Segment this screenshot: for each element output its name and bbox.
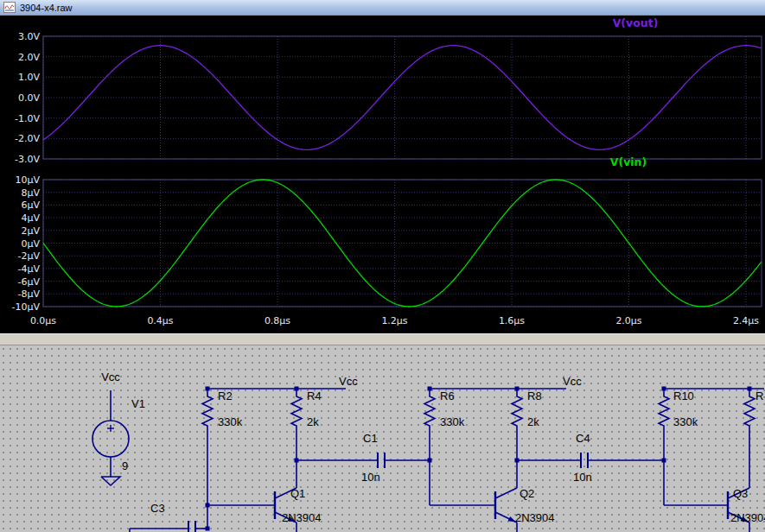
y-tick-label: 3.0V <box>18 31 40 42</box>
y-tick-label: 4µV <box>21 212 40 224</box>
component-label-r4-value[interactable]: 2k <box>307 415 319 428</box>
component-label-q2-value[interactable]: 2N3904 <box>515 511 555 524</box>
x-tick-label: 1.6µs <box>499 315 525 326</box>
resistor-r2-symbol[interactable] <box>202 389 213 434</box>
component-label-r10-name[interactable]: R10 <box>673 390 694 402</box>
y-tick-label: 0µV <box>21 238 40 250</box>
y-tick-label: -10µV <box>12 301 41 313</box>
component-label-v1-value[interactable]: 9 <box>122 459 128 472</box>
x-tick-label: 0.4µs <box>147 315 173 326</box>
y-tick-label: 1.0V <box>18 72 40 83</box>
junction-node <box>515 459 520 463</box>
x-tick-label: 0.8µs <box>265 315 290 326</box>
component-label-c4-value[interactable]: 10n <box>573 471 592 484</box>
waveform-plot-window: 3.0V2.0V1.0V0.0V-1.0V-2.0V-3.0VV(vout)10… <box>0 16 765 333</box>
window-chrome-band <box>0 333 765 345</box>
trace-vin <box>43 180 762 307</box>
resistor-r6-symbol[interactable] <box>424 389 435 434</box>
component-label-r8-value[interactable]: 2k <box>527 415 539 428</box>
y-tick-label: -1.0V <box>15 113 40 124</box>
component-label-vcc-v1[interactable]: Vcc <box>101 370 120 383</box>
component-label-q1-value[interactable]: 2N3904 <box>282 511 322 524</box>
component-label-r2-name[interactable]: R2 <box>218 390 233 402</box>
y-tick-label: -6µV <box>18 276 41 288</box>
ltspice-window: 3904-x4.raw 3.0V2.0V1.0V0.0V-1.0V-2.0V-3… <box>0 0 765 532</box>
x-tick-label: 0.0µs <box>30 315 56 326</box>
waveform-plot-area[interactable]: 3.0V2.0V1.0V0.0V-1.0V-2.0V-3.0VV(vout)10… <box>0 16 765 333</box>
waveform-window-titlebar[interactable]: 3904-x4.raw <box>0 0 765 16</box>
trace-label-vout[interactable]: V(vout) <box>613 16 659 29</box>
resistor-r8-symbol[interactable] <box>512 389 522 434</box>
component-label-vcc-flag-2[interactable]: Vcc <box>563 375 582 388</box>
y-tick-label: 8µV <box>21 187 40 199</box>
y-tick-label: 2µV <box>21 225 40 237</box>
x-tick-label: 2.4µs <box>733 315 759 326</box>
component-label-c3-name[interactable]: C3 <box>150 502 165 515</box>
component-label-c1-name[interactable]: C1 <box>363 432 378 445</box>
y-tick-label: -8µV <box>18 288 41 300</box>
x-tick-label: 1.2µs <box>381 315 407 326</box>
component-label-q1-name[interactable]: Q1 <box>290 487 305 500</box>
window-title: 3904-x4.raw <box>20 3 73 13</box>
junction-node <box>662 459 666 463</box>
y-tick-label: -2µV <box>18 250 41 262</box>
transistor-q2-symbol[interactable] <box>495 488 517 498</box>
resistor-r4-symbol[interactable] <box>291 389 302 434</box>
component-label-c1-value[interactable]: 10n <box>361 471 380 484</box>
y-tick-label: 6µV <box>21 200 40 211</box>
component-label-r6-value[interactable]: 330k <box>440 415 465 428</box>
window-icon <box>3 2 16 13</box>
component-label-q2-name[interactable]: Q2 <box>520 487 534 500</box>
plot-pane-border <box>43 36 762 159</box>
junction-node <box>206 527 210 531</box>
component-label-r10-value[interactable]: 330k <box>673 415 698 428</box>
component-label-r-right-name[interactable]: R <box>755 390 763 402</box>
y-tick-label: -2.0V <box>15 133 40 144</box>
trace-vout <box>43 46 762 150</box>
y-tick-label: 10µV <box>15 174 40 186</box>
component-label-q3-value[interactable]: 2N3904 <box>730 511 765 524</box>
component-label-r8-name[interactable]: R8 <box>527 390 542 402</box>
component-label-c4-name[interactable]: C4 <box>576 432 590 445</box>
ground-icon[interactable] <box>101 477 120 485</box>
resistor-r10-symbol[interactable] <box>659 389 669 434</box>
schematic-window: VccV19R2330kR42kVccR6330kR82kVccR10330kR… <box>0 345 765 532</box>
junction-node <box>295 459 299 463</box>
component-label-r6-name[interactable]: R6 <box>440 390 455 402</box>
resistor-r-right-symbol[interactable] <box>744 389 755 434</box>
plot-pane-border <box>43 180 762 307</box>
y-tick-label: 0.0V <box>18 92 40 104</box>
component-label-r4-name[interactable]: R4 <box>307 390 322 402</box>
trace-label-vin[interactable]: V(vin) <box>610 155 647 168</box>
y-tick-label: -4µV <box>18 263 41 275</box>
y-tick-label: 2.0V <box>18 52 40 63</box>
component-label-q3-name[interactable]: Q3 <box>733 487 748 500</box>
component-label-vcc-flag-1[interactable]: Vcc <box>339 375 358 388</box>
junction-node <box>206 504 210 508</box>
y-tick-label: -3.0V <box>15 154 40 165</box>
x-tick-label: 2.0µs <box>615 315 641 326</box>
junction-node <box>428 459 432 463</box>
component-label-r2-value[interactable]: 330k <box>218 415 243 428</box>
component-label-v1-name[interactable]: V1 <box>131 397 145 410</box>
schematic-canvas[interactable]: VccV19R2330kR42kVccR6330kR82kVccR10330kR… <box>0 345 765 532</box>
